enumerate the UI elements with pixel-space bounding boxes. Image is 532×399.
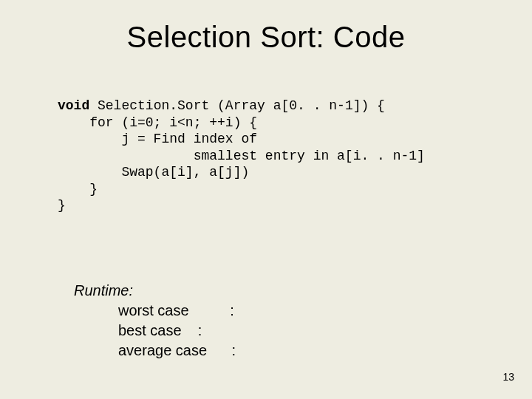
page-number: 13 bbox=[502, 371, 514, 383]
code-line-1-rest: Selection.Sort (Array a[0. . n-1]) { bbox=[89, 98, 385, 113]
runtime-best-row: best case : bbox=[118, 321, 236, 341]
runtime-best-label: best case bbox=[118, 322, 182, 338]
runtime-best-sep: : bbox=[198, 322, 202, 338]
code-block: void Selection.Sort (Array a[0. . n-1]) … bbox=[58, 98, 425, 214]
code-line-4: smallest entry in a[i. . n-1] bbox=[58, 149, 425, 163]
runtime-avg-sep: : bbox=[231, 342, 236, 358]
runtime-worst-label: worst case bbox=[118, 302, 189, 318]
runtime-worst-sep: : bbox=[230, 302, 234, 318]
code-keyword-void: void bbox=[58, 98, 89, 113]
runtime-worst-row: worst case : bbox=[118, 301, 236, 321]
code-line-7: } bbox=[58, 198, 66, 213]
code-line-2: for (i=0; i<n; ++i) { bbox=[58, 115, 257, 130]
runtime-block: Runtime: worst case : best case : averag… bbox=[74, 281, 236, 361]
code-line-3: j = Find index of bbox=[58, 132, 257, 146]
code-line-5: Swap(a[i], a[j]) bbox=[58, 165, 249, 180]
runtime-avg-row: average case : bbox=[118, 341, 236, 361]
slide: Selection Sort: Code void Selection.Sort… bbox=[0, 0, 532, 399]
slide-title: Selection Sort: Code bbox=[0, 21, 532, 54]
runtime-header: Runtime: bbox=[74, 281, 236, 301]
runtime-avg-label: average case bbox=[118, 342, 207, 358]
code-line-6: } bbox=[58, 182, 98, 197]
